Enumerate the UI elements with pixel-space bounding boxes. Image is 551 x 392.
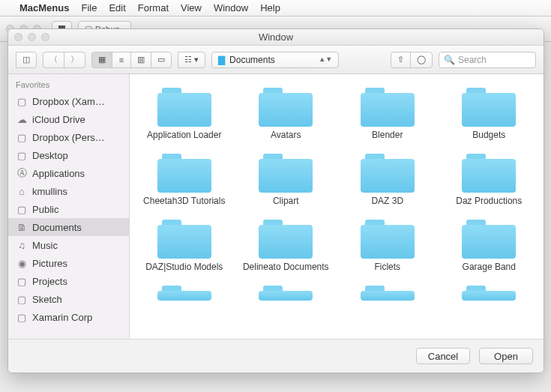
file-item[interactable]: Delineato Documents bbox=[238, 217, 335, 272]
sidebar-item-projects[interactable]: ▢Projects bbox=[8, 272, 129, 290]
folder-icon bbox=[259, 88, 313, 127]
folder-icon: ▢ bbox=[16, 204, 28, 215]
folder-icon bbox=[361, 286, 415, 301]
sidebar-item-label: iCloud Drive bbox=[32, 114, 85, 125]
file-label: Clipart bbox=[273, 196, 299, 206]
sidebar-item-label: Dropbox (Xam… bbox=[32, 96, 105, 107]
search-placeholder: Search bbox=[458, 55, 487, 65]
file-label: Application Loader bbox=[147, 130, 221, 140]
back-button[interactable]: 〈 bbox=[43, 52, 64, 68]
group-by-button[interactable]: ☷ ▾ bbox=[178, 52, 205, 68]
file-item[interactable] bbox=[441, 283, 538, 301]
sidebar-item-label: Xamarin Corp bbox=[32, 312, 92, 323]
menu-file[interactable]: File bbox=[81, 2, 97, 13]
folder-icon bbox=[157, 286, 211, 301]
forward-button[interactable]: 〉 bbox=[64, 52, 85, 68]
folder-icon: ▢ bbox=[16, 312, 28, 323]
sidebar-item-label: Projects bbox=[32, 276, 67, 287]
file-item[interactable]: DAZ|Studio Models bbox=[136, 217, 233, 272]
file-browser[interactable]: Application LoaderAvatarsBlenderBudgetsC… bbox=[130, 74, 544, 339]
sidebar-item-label: kmullins bbox=[32, 186, 67, 197]
group-by-group: ☷ ▾ bbox=[178, 52, 205, 68]
sidebar-item-dropbox-xam-[interactable]: ▢Dropbox (Xam… bbox=[8, 92, 129, 110]
cancel-button[interactable]: Cancel bbox=[416, 348, 470, 364]
sidebar-item-icloud-drive[interactable]: ☁iCloud Drive bbox=[8, 110, 129, 128]
path-popup[interactable]: ▇ Documents ▲▼ bbox=[211, 52, 339, 68]
share-button[interactable]: ⇧ bbox=[391, 52, 411, 68]
sidebar-item-applications[interactable]: ⒶApplications bbox=[8, 164, 129, 182]
sidebar-item-label: Sketch bbox=[32, 294, 62, 305]
icon-view-button[interactable]: ▦ bbox=[91, 52, 112, 68]
menu-format[interactable]: Format bbox=[138, 2, 169, 13]
doc-icon: 🗎 bbox=[16, 222, 28, 233]
file-item[interactable] bbox=[238, 283, 335, 301]
file-item[interactable]: Ficlets bbox=[339, 217, 436, 272]
sidebar: Favorites ▢Dropbox (Xam…☁iCloud Drive▢Dr… bbox=[8, 74, 130, 339]
folder-icon bbox=[361, 220, 415, 259]
window-titlebar: Window bbox=[8, 29, 544, 46]
sidebar-item-music[interactable]: ♫Music bbox=[8, 236, 129, 254]
menu-window[interactable]: Window bbox=[214, 2, 248, 13]
file-item[interactable]: Blender bbox=[339, 85, 436, 140]
menu-edit[interactable]: Edit bbox=[109, 2, 125, 13]
sidebar-item-documents[interactable]: 🗎Documents bbox=[8, 218, 129, 236]
window-traffic-lights[interactable] bbox=[14, 33, 49, 41]
panel-toolbar: ◫ 〈 〉 ▦ ≡ ▥ ▭ ☷ ▾ ▇ Documents ▲▼ ⇧ ◯ 🔍 S… bbox=[8, 46, 544, 74]
file-item[interactable]: Clipart bbox=[238, 151, 335, 206]
sidebar-item-label: Dropbox (Pers… bbox=[32, 132, 105, 143]
sidebar-toggle-group[interactable]: ◫ bbox=[16, 52, 37, 68]
window-title: Window bbox=[259, 31, 293, 43]
sidebar-item-xamarin-corp[interactable]: ▢Xamarin Corp bbox=[8, 308, 129, 326]
file-label: DAZ|Studio Models bbox=[145, 262, 223, 272]
sidebar-item-public[interactable]: ▢Public bbox=[8, 200, 129, 218]
open-button[interactable]: Open bbox=[479, 348, 533, 364]
cloud-icon: ☁ bbox=[16, 114, 28, 125]
sidebar-item-desktop[interactable]: ▢Desktop bbox=[8, 146, 129, 164]
file-label: Blender bbox=[372, 130, 403, 140]
sidebar-item-label: Pictures bbox=[32, 258, 67, 269]
file-item[interactable]: Cheetah3D Tutorials bbox=[136, 151, 233, 206]
folder-icon bbox=[462, 220, 516, 259]
file-item[interactable]: Garage Band bbox=[441, 217, 538, 272]
sidebar-item-label: Applications bbox=[32, 168, 85, 179]
folder-icon: ▢ bbox=[16, 276, 28, 287]
chevron-updown-icon: ▲▼ bbox=[319, 58, 332, 61]
search-input[interactable]: 🔍 Search bbox=[439, 52, 536, 68]
sidebar-item-dropbox-pers-[interactable]: ▢Dropbox (Pers… bbox=[8, 128, 129, 146]
sidebar-item-sketch[interactable]: ▢Sketch bbox=[8, 290, 129, 308]
folder-icon bbox=[361, 88, 415, 127]
folder-icon bbox=[157, 154, 211, 193]
sidebar-layout-icon[interactable]: ◫ bbox=[16, 52, 37, 68]
folder-icon: ▇ bbox=[218, 55, 225, 65]
file-item[interactable]: Budgets bbox=[441, 85, 538, 140]
macos-menubar: MacMenus File Edit Format View Window He… bbox=[0, 0, 551, 16]
list-view-button[interactable]: ≡ bbox=[112, 52, 131, 68]
sidebar-item-label: Music bbox=[32, 240, 58, 251]
folder-icon: ▢ bbox=[16, 132, 28, 143]
menu-help[interactable]: Help bbox=[260, 2, 280, 13]
file-item[interactable]: DAZ 3D bbox=[339, 151, 436, 206]
folder-icon: ▢ bbox=[16, 96, 28, 107]
file-item[interactable]: Daz Productions bbox=[441, 151, 538, 206]
apps-icon: Ⓐ bbox=[16, 166, 28, 180]
menu-view[interactable]: View bbox=[181, 2, 202, 13]
folder-icon bbox=[157, 88, 211, 127]
file-item[interactable] bbox=[136, 283, 233, 301]
nav-buttons: 〈 〉 bbox=[43, 52, 85, 68]
sidebar-item-pictures[interactable]: ◉Pictures bbox=[8, 254, 129, 272]
file-item[interactable]: Application Loader bbox=[136, 85, 233, 140]
sidebar-item-label: Desktop bbox=[32, 150, 68, 161]
file-label: Daz Productions bbox=[456, 196, 522, 206]
gallery-view-button[interactable]: ▭ bbox=[151, 52, 172, 68]
tags-button[interactable]: ◯ bbox=[410, 52, 433, 68]
search-icon: 🔍 bbox=[444, 55, 455, 65]
app-name[interactable]: MacMenus bbox=[19, 2, 69, 13]
file-item[interactable]: Avatars bbox=[238, 85, 335, 140]
file-item[interactable] bbox=[339, 283, 436, 301]
music-icon: ♫ bbox=[16, 240, 28, 251]
column-view-button[interactable]: ▥ bbox=[130, 52, 151, 68]
folder-icon: ▢ bbox=[16, 150, 28, 161]
sidebar-item-kmullins[interactable]: ⌂kmullins bbox=[8, 182, 129, 200]
file-label: Avatars bbox=[271, 130, 301, 140]
folder-icon bbox=[361, 154, 415, 193]
